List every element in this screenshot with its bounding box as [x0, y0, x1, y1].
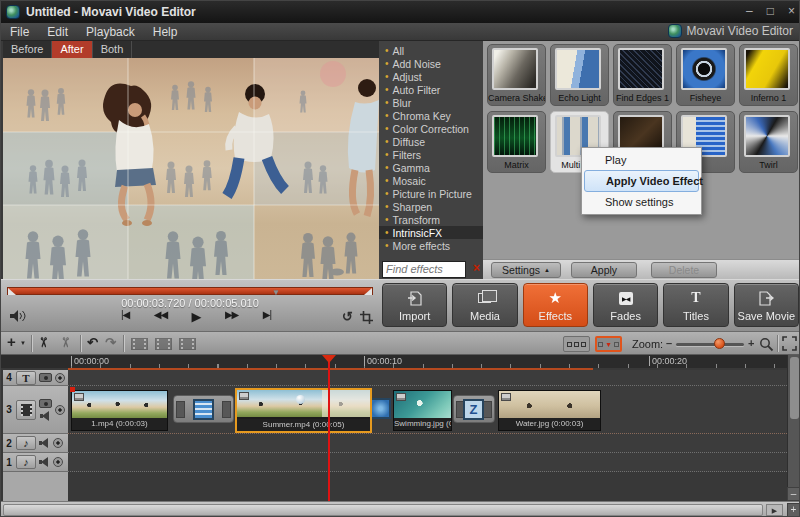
transition-z[interactable]: Z: [453, 395, 495, 423]
undo-button[interactable]: ↶: [87, 335, 98, 350]
vertical-scrollbar[interactable]: [787, 355, 800, 487]
scroll-right-arrow[interactable]: ▶: [766, 504, 783, 516]
add-video-track-button[interactable]: [131, 338, 148, 350]
effects-button[interactable]: ★ Effects: [523, 283, 588, 327]
fades-button[interactable]: ▶◀ Fades: [593, 283, 658, 327]
tab-both[interactable]: Both: [93, 41, 133, 58]
menu-help[interactable]: Help: [144, 25, 187, 39]
camera-icon[interactable]: [39, 373, 52, 382]
category-blur[interactable]: •Blur: [379, 96, 483, 109]
category-transform[interactable]: •Transform: [379, 213, 483, 226]
playhead-line[interactable]: [328, 355, 330, 501]
transition-1[interactable]: [173, 395, 234, 423]
title-bar[interactable]: Untitled - Movavi Video Editor – □ ×: [1, 1, 800, 23]
zoom-slider-handle[interactable]: [714, 338, 725, 349]
add-audio-track-button[interactable]: [179, 338, 196, 350]
tab-before[interactable]: Before: [3, 41, 52, 58]
effect-twirl[interactable]: Twirl: [739, 111, 798, 173]
audio-track-row-1[interactable]: [68, 453, 789, 472]
speaker-icon[interactable]: [39, 457, 50, 467]
effect-find-edges-1[interactable]: Find Edges 1: [613, 44, 672, 106]
speaker-icon[interactable]: [9, 309, 27, 323]
settings-button[interactable]: Settings▲: [491, 262, 561, 278]
eye-icon[interactable]: [55, 373, 65, 383]
find-effects-input[interactable]: [382, 261, 466, 278]
split-scissors-button[interactable]: ✂: [58, 337, 73, 348]
add-dropdown-icon[interactable]: ▼: [20, 340, 26, 346]
context-menu-apply-video-effect[interactable]: Apply Video Effect: [584, 170, 699, 192]
eye-icon[interactable]: [55, 405, 65, 415]
effect-fisheye[interactable]: Fisheye: [676, 44, 735, 106]
title-track-type-button[interactable]: T: [16, 371, 36, 385]
magnifier-icon[interactable]: [759, 337, 774, 352]
import-button[interactable]: Import: [382, 283, 447, 327]
horizontal-scrollbar-thumb[interactable]: [3, 504, 763, 516]
horizontal-scrollbar[interactable]: ▶: [1, 501, 800, 517]
timeline-ruler[interactable]: 00:00:00 00:00:10 00:00:20: [1, 355, 800, 368]
effect-inferno-1[interactable]: Inferno 1: [739, 44, 798, 106]
delete-button[interactable]: Delete: [651, 262, 717, 278]
playhead-marker[interactable]: [322, 355, 336, 363]
eye-icon[interactable]: [53, 457, 63, 467]
category-add-noise[interactable]: •Add Noise: [379, 57, 483, 70]
menu-playback[interactable]: Playback: [77, 25, 144, 39]
add-overlay-track-button[interactable]: [155, 338, 172, 350]
audio-track-type-button[interactable]: ♪: [16, 436, 36, 450]
category-gamma[interactable]: •Gamma: [379, 161, 483, 174]
clip-swimming-jpg[interactable]: Swimming.jpg (0:: [393, 390, 452, 431]
menu-file[interactable]: File: [1, 25, 38, 39]
cut-scissors-button[interactable]: ✂: [36, 337, 51, 348]
category-adjust[interactable]: •Adjust: [379, 70, 483, 83]
minimize-button[interactable]: –: [746, 3, 753, 19]
play-button[interactable]: ▶: [192, 309, 201, 324]
step-forward-button[interactable]: ▶|: [263, 309, 271, 324]
context-menu-play[interactable]: Play: [582, 150, 701, 170]
title-track-row[interactable]: [68, 370, 789, 386]
effect-camera-shake[interactable]: Camera Shake: [487, 44, 546, 106]
clip-water-jpg[interactable]: Water.jpg (0:00:03): [498, 390, 601, 431]
unapply-icon[interactable]: ↺: [342, 309, 353, 324]
zoom-slider[interactable]: [676, 343, 744, 346]
audio-track-type-button[interactable]: ♪: [16, 455, 36, 469]
timeline-zoom-in-button[interactable]: +: [787, 503, 800, 517]
fast-forward-button[interactable]: ▶▶: [225, 309, 238, 324]
fullscreen-icon[interactable]: [782, 336, 797, 351]
seek-bar[interactable]: ▼: [7, 287, 373, 295]
category-auto-filter[interactable]: •Auto Filter: [379, 83, 483, 96]
category-mosaic[interactable]: •Mosaic: [379, 174, 483, 187]
add-clip-button[interactable]: +: [7, 333, 16, 350]
transition-2[interactable]: [370, 398, 391, 419]
effect-matrix[interactable]: Matrix: [487, 111, 546, 173]
category-more-effects[interactable]: •More effects: [379, 239, 483, 252]
category-diffuse[interactable]: •Diffuse: [379, 135, 483, 148]
context-menu-show-settings[interactable]: Show settings: [582, 192, 701, 212]
category-filters[interactable]: •Filters: [379, 148, 483, 161]
zoom-in-plus[interactable]: +: [748, 337, 754, 349]
storyboard-view-button[interactable]: [563, 336, 590, 352]
timeline-view-button[interactable]: ▼: [595, 336, 622, 352]
timeline-zoom-out-button[interactable]: –: [787, 487, 800, 501]
camera-icon[interactable]: [39, 399, 52, 408]
vertical-scrollbar-thumb[interactable]: [790, 357, 799, 419]
category-sharpen[interactable]: •Sharpen: [379, 200, 483, 213]
speaker-icon[interactable]: [40, 411, 51, 421]
crop-icon[interactable]: [360, 311, 373, 324]
category-all[interactable]: •All: [379, 44, 483, 57]
category-picture-in-picture[interactable]: •Picture in Picture: [379, 187, 483, 200]
step-back-button[interactable]: |◀: [121, 309, 129, 324]
clip-1mp4[interactable]: 1.mp4 (0:00:03): [71, 390, 168, 431]
close-button[interactable]: ×: [788, 3, 795, 19]
zoom-out-minus[interactable]: –: [666, 337, 672, 349]
menu-edit[interactable]: Edit: [38, 25, 77, 39]
save-movie-button[interactable]: Save Movie: [734, 283, 799, 327]
maximize-button[interactable]: □: [767, 3, 774, 19]
redo-button[interactable]: ↷: [105, 335, 116, 350]
category-intrinsicfx[interactable]: •IntrinsicFX: [379, 226, 483, 239]
tab-after[interactable]: After: [52, 41, 92, 58]
category-chroma-key[interactable]: •Chroma Key: [379, 109, 483, 122]
clip-summer-mp4-selected[interactable]: Summer.mp4 (0:00:05): [235, 388, 372, 433]
category-color-correction[interactable]: •Color Correction: [379, 122, 483, 135]
clear-search-icon[interactable]: ×: [473, 261, 480, 275]
speaker-icon[interactable]: [39, 438, 50, 448]
titles-button[interactable]: T Titles: [663, 283, 728, 327]
